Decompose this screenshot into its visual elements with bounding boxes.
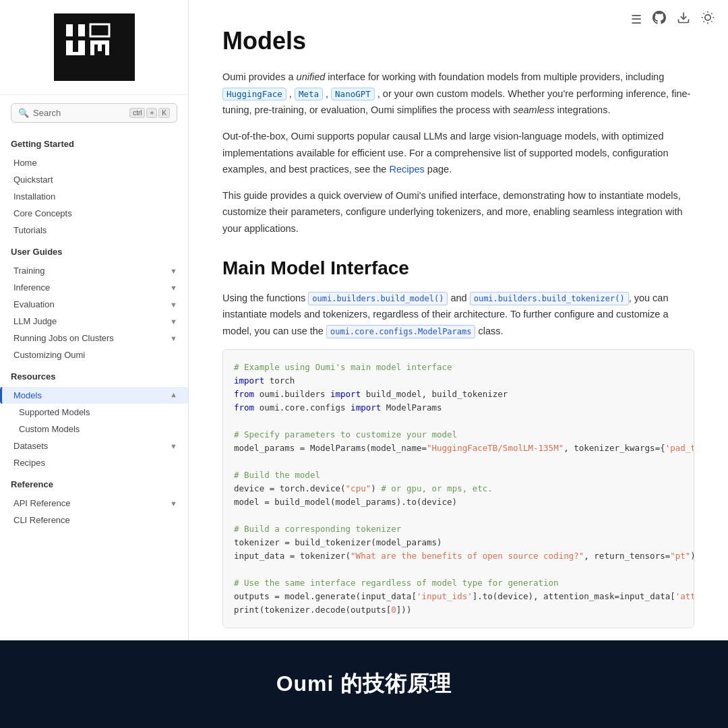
code-build-tokenizer[interactable]: oumi.builders.build_tokenizer() [470,292,629,305]
sidebar-item-running-jobs[interactable]: Running Jobs on Clusters ▼ [0,330,188,346]
section-resources: Resources [0,363,188,387]
svg-rect-5 [78,40,85,55]
bottom-bar: Oumi 的技術原理 [0,640,728,728]
logo-area [0,0,188,95]
sidebar-item-installation[interactable]: Installation [0,188,188,205]
chevron-evaluation: ▼ [170,301,177,309]
download-icon[interactable] [677,11,690,28]
sidebar-item-cli-reference[interactable]: CLI Reference [0,512,188,528]
sidebar-item-quickstart[interactable]: Quickstart [0,171,188,188]
section2-intro: Using the functions oumi.builders.build_… [222,290,694,340]
code-model-params: oumi.core.configs.ModelParams [326,325,476,338]
section-user-guides: User Guides [0,239,188,262]
sidebar-item-datasets[interactable]: Datasets ▼ [0,437,188,454]
svg-line-18 [704,21,704,22]
sidebar-item-supported-models[interactable]: Supported Models [0,404,188,421]
section-reference: Reference [0,471,188,495]
main-content: ☰ Models Oumi provides a unified interfa… [189,0,728,640]
search-box[interactable]: 🔍 Search ctrl + K [11,103,177,123]
logo-svg [61,19,128,76]
badge-nanogpt: NanoGPT [331,88,375,100]
sidebar-item-api-reference[interactable]: API Reference ▼ [0,495,188,512]
hamburger-icon[interactable]: ☰ [631,12,642,27]
svg-rect-1 [73,24,78,36]
chevron-api-ref: ▼ [170,499,177,508]
sidebar-item-home[interactable]: Home [0,154,188,171]
svg-point-11 [705,15,710,20]
top-bar: ☰ [617,0,728,38]
svg-rect-8 [105,40,109,55]
italic-unified: unified [297,71,326,82]
github-icon[interactable] [653,11,666,28]
badge-huggingface: HuggingFace [222,88,286,100]
code-build-model[interactable]: oumi.builders.build_model() [308,292,448,305]
sidebar-item-recipes[interactable]: Recipes [0,454,188,471]
sidebar-item-core-concepts[interactable]: Core Concepts [0,205,188,222]
sidebar-item-models[interactable]: Models ▼ [0,387,188,404]
bottom-text: Oumi 的技術原理 [276,669,452,699]
svg-line-15 [711,21,712,22]
section-title-getting-started: Getting Started [11,139,177,149]
code-block: # Example using Oumi's main model interf… [222,349,694,628]
chevron-training: ▼ [170,267,177,275]
badge-meta: Meta [295,88,323,100]
search-shortcut: ctrl + K [129,108,170,118]
sidebar: 🔍 Search ctrl + K Getting Started Home Q… [0,0,189,640]
kbd-ctrl: ctrl [129,108,145,118]
sidebar-item-llm-judge[interactable]: LLM Judge ▼ [0,313,188,330]
sidebar-item-tutorials[interactable]: Tutorials [0,222,188,239]
search-placeholder: Search [33,108,125,118]
svg-line-14 [704,13,704,14]
chevron-llm-judge: ▼ [170,317,177,326]
sidebar-item-training[interactable]: Training ▼ [0,262,188,279]
svg-rect-9 [98,40,102,51]
svg-line-19 [711,13,712,14]
section-title-user-guides: User Guides [11,247,177,257]
recipes-link[interactable]: Recipes [389,164,424,175]
chevron-datasets: ▼ [170,442,177,450]
sidebar-item-evaluation[interactable]: Evaluation ▼ [0,296,188,313]
kbd-plus: + [146,108,157,118]
sidebar-item-customizing[interactable]: Customizing Oumi [0,346,188,363]
chevron-models: ▼ [170,392,177,400]
sidebar-item-inference[interactable]: Inference ▼ [0,279,188,296]
paragraph-1: Oumi provides a unified interface for wo… [222,69,694,119]
section2-title: Main Model Interface [222,257,694,279]
section-title-reference: Reference [11,479,177,489]
logo [54,13,135,81]
kbd-k: K [158,108,170,118]
svg-rect-2 [90,24,109,36]
paragraph-2: Out-of-the-box, Oumi supports popular ca… [222,128,694,178]
italic-seamless: seamless [513,104,554,115]
sidebar-item-custom-models[interactable]: Custom Models [0,421,188,437]
section-getting-started: Getting Started [0,131,188,154]
chevron-inference: ▼ [170,284,177,292]
theme-toggle-icon[interactable] [701,11,715,28]
search-icon: 🔍 [18,108,29,118]
paragraph-3: This guide provides a quick overview of … [222,187,694,237]
chevron-running-jobs: ▼ [170,334,177,342]
section-title-resources: Resources [11,371,177,382]
